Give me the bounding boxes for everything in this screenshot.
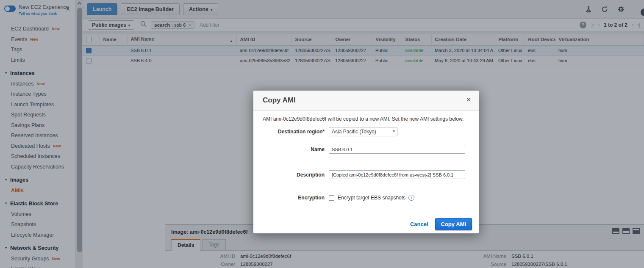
description-label: Description (263, 172, 325, 178)
destination-region-label: Destination region* (263, 129, 325, 135)
destination-region-select[interactable]: Asia Pacific (Tokyo) ▾ (329, 127, 397, 136)
description-field[interactable] (329, 170, 465, 179)
encryption-label: Encryption (263, 195, 325, 201)
encrypt-checkbox-label: Encrypt target EBS snapshots (338, 195, 405, 201)
name-field[interactable] (329, 145, 465, 154)
encrypt-checkbox[interactable] (329, 195, 334, 201)
close-icon[interactable]: × (466, 95, 471, 105)
dialog-header: Copy AMI × (253, 91, 479, 111)
chevron-down-icon: ▾ (393, 129, 395, 133)
name-label: Name (263, 146, 325, 152)
dialog-description: AMI ami-0c12e9d0f8defec6f will be copied… (263, 116, 469, 122)
dialog-footer: Cancel Copy AMI (410, 214, 472, 234)
info-icon[interactable]: i (408, 195, 414, 201)
ec2-console-window: New EC2 Experience Tell us what you thin… (0, 0, 644, 268)
dialog-title: Copy AMI (263, 96, 296, 105)
cancel-button[interactable]: Cancel (410, 221, 428, 227)
copy-ami-button[interactable]: Copy AMI (435, 218, 472, 230)
copy-ami-dialog: Copy AMI × AMI ami-0c12e9d0f8defec6f wil… (253, 90, 479, 234)
